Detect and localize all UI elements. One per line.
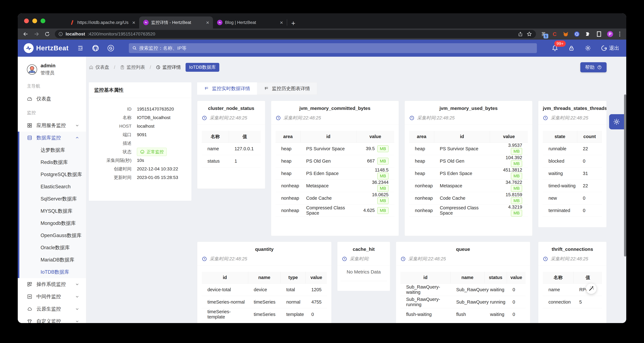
github-icon[interactable] [92,45,99,52]
menu-fold-icon[interactable] [77,45,84,52]
browser-tab-blog[interactable]: Blog | HertzBeat × [213,16,287,28]
logout-button[interactable]: 退出 [601,45,619,52]
sidebar-item-dameng[interactable]: 达梦数据库 [19,144,86,156]
site-info-icon[interactable] [58,32,63,36]
forward-icon[interactable] [33,31,40,37]
clock-icon [543,115,548,121]
chevron-up-icon [75,136,80,140]
extensions-puzzle-icon[interactable] [585,31,591,37]
minimize-window-button[interactable] [32,18,37,23]
table-row: nonheapMetaspace36.2344MB [276,180,394,192]
sidebar-item-postgresql[interactable]: PostgreSQL数据库 [19,168,86,181]
jvm-threads-table: statecount runnable22 blocked0 waiting31… [543,131,602,217]
sidebar-item-redis[interactable]: Redis数据库 [19,156,86,168]
sidebar-item-oracle[interactable]: Oracle数据库 [19,242,86,254]
search-input[interactable] [139,45,534,51]
table-row: timeSeries-templatetimeSeriestemplate0 [202,308,327,321]
translate-badge: 1 [544,34,548,38]
table-row: device-totaldevicetotal1205 [202,284,327,296]
profile-avatar[interactable]: P [607,31,613,37]
page-scrollbar[interactable] [624,94,626,257]
new-tab-button[interactable]: + [287,19,300,28]
sidebar-item-database-monitor[interactable]: 数据库监控 [19,132,86,144]
hertzbeat-logo[interactable]: HertzBeat [24,43,68,53]
breadcrumb-monitor-list[interactable]: 监控列表 [120,64,145,70]
sidebar-item-cloud-native-monitor[interactable]: 云原生监控 [18,303,86,315]
brand-name: HertzBeat [36,44,68,52]
jvm-memory-used-table: areaidvalue heapPS Survivor Space3.9537M… [409,131,528,217]
sidebar-item-sqlserver[interactable]: SqlServer数据库 [19,193,86,205]
sidebar-item-app-service[interactable]: 应用服务监控 [18,119,86,132]
password-manager-extension-icon[interactable] [574,31,580,37]
sidebar-item-opengauss[interactable]: OpenGauss数据库 [19,229,86,242]
tab-history-chart[interactable]: 监控历史图表详情 [257,82,317,95]
header-actions: 99+ 退出 [552,45,619,52]
maximize-window-button[interactable] [40,18,45,23]
table-row: nonheapCode Cache16.0625MB [276,192,394,204]
sidebar-item-custom-monitor[interactable]: 自定义监控 [18,315,86,323]
theme-settings-button[interactable] [609,114,624,129]
unit-tag: MB [511,148,522,155]
table-row: terminated0 [543,204,602,217]
sidebar-item-elasticsearch[interactable]: ElasticSearch [19,181,86,193]
metric-card-thrift-connections: thrift_connections 采集时间:22:48:25 名称值 nam… [538,242,606,323]
browser-menu-icon[interactable] [618,32,622,36]
database-icon [27,135,32,140]
user-name: admin [40,63,56,68]
notification-badge: 99+ [554,40,566,47]
back-icon[interactable] [22,31,29,37]
tab-realtime-data[interactable]: 监控实时数据详情 [197,82,257,95]
tab-title: Blog | HertzBeat [225,20,276,25]
sidebar-item-iotdb[interactable]: IoTDB数据库 [19,266,86,278]
settings-gear-icon[interactable] [584,45,592,52]
table-row: connection5 [543,296,602,308]
table-row: nonheapCompressed Class Space4.625MB [276,204,394,217]
browser-tab-iotdb-docs[interactable]: https://iotdb.apache.org/UserG × [65,16,139,28]
address-bar[interactable]: localhost :4200/monitors/195151470763520 [55,30,536,38]
sidebar-item-os-monitor[interactable]: 操作系统监控 [18,278,86,291]
reload-icon[interactable] [44,31,50,37]
collect-time: 采集时间:22:48:25 [551,256,588,262]
user-card[interactable]: admin 管理员 [18,63,86,76]
sidebar-item-mongodb[interactable]: Mongodb数据库 [19,217,86,229]
sidebar-item-middleware-monitor[interactable]: 中间件监控 [18,291,86,303]
iotdb-favicon-icon [70,20,75,25]
share-icon[interactable] [517,31,524,37]
logout-icon [601,45,607,51]
crawler-extension-icon[interactable]: C [552,31,558,37]
breadcrumb-dashboard[interactable]: 仪表盘 [89,64,109,70]
table-row: flush-waitingflushwaiting0 [400,308,526,321]
sidebar-item-mysql[interactable]: MYSQL数据库 [19,205,86,217]
cluster-node-status-table: 名称值 name127.0.0.1 status1 [202,131,261,167]
gitee-icon[interactable]: G [107,45,114,52]
tab-close-icon[interactable]: × [131,19,136,26]
close-window-button[interactable] [24,18,29,23]
monitor-search[interactable] [129,43,537,53]
metamask-extension-icon[interactable] [562,31,569,37]
sidebar-item-dashboard[interactable]: 仪表盘 [18,93,86,105]
sidebar-extension-icon[interactable] [596,31,602,37]
notification-bell-icon[interactable]: 99+ [552,45,558,52]
middleware-icon [27,294,32,299]
metric-card-cluster-node-status: cluster_node_status 采集时间:22:48:25 名称值 na… [197,101,265,189]
traffic-lights [24,18,45,23]
clock-icon [342,256,347,262]
cloud-icon [27,306,32,312]
chevron-down-icon [75,319,80,323]
sidebar-item-mariadb[interactable]: MariaDB数据库 [19,254,86,266]
tab-close-icon[interactable]: × [205,19,210,26]
bookmark-star-icon[interactable] [526,31,532,37]
help-button[interactable]: 帮助 [580,62,606,72]
unit-tag: MB [377,158,388,165]
chevron-down-icon [75,294,80,299]
clipboard-icon [120,65,125,70]
magic-wand-button[interactable] [586,284,596,294]
metric-card-jvm-memory-used: jvm_memory_used_bytes 采集时间:22:48:25 area… [404,101,532,236]
browser-tab-monitor-detail[interactable]: 监控详情 - HertzBeat × [139,16,213,28]
unit-tag: MB [511,197,522,204]
tab-close-icon[interactable]: × [278,19,284,26]
translate-extension-icon[interactable]: 英 1 [540,31,547,37]
lock-icon[interactable] [568,45,575,52]
table-row: heapPS Old Gen667MB [276,155,394,167]
table-row: runnable22 [543,142,602,155]
